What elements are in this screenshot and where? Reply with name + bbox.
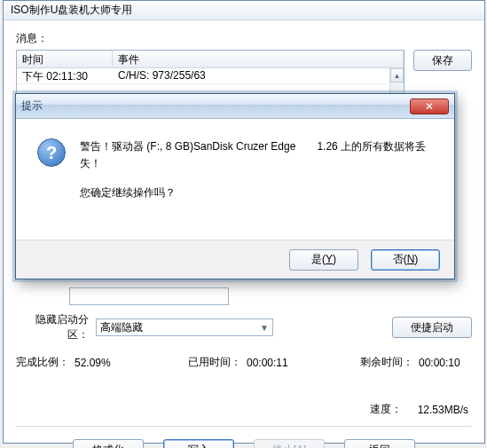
titlebar: ISO制作U盘装机大师专用 bbox=[4, 1, 484, 20]
write-button-label: 写入 bbox=[188, 443, 209, 449]
scroll-up-icon[interactable]: ▲ bbox=[390, 68, 404, 83]
close-icon: ✕ bbox=[425, 100, 434, 113]
col-time-header[interactable]: 时间 bbox=[17, 51, 113, 67]
remaining-value: 00:00:10 bbox=[419, 357, 472, 369]
save-button[interactable]: 保存 bbox=[413, 50, 472, 71]
save-button-label: 保存 bbox=[432, 53, 453, 68]
speed-row: 速度： 12.53MB/s bbox=[16, 402, 472, 417]
path-field[interactable] bbox=[69, 287, 229, 305]
chevron-down-icon: ▼ bbox=[260, 323, 269, 333]
remaining-label: 剩余时间： bbox=[360, 355, 413, 370]
table-row[interactable]: 下午 02:11:30 C/H/S: 973/255/63 bbox=[17, 68, 404, 84]
hidden-partition-row: 隐藏启动分区： 高端隐藏 ▼ 便捷启动 bbox=[16, 312, 472, 342]
progress-row: 完成比例： 52.09% 已用时间： 00:00:11 剩余时间： 00:00:… bbox=[16, 355, 472, 370]
cell-event: C/H/S: 973/255/63 bbox=[113, 68, 404, 83]
no-button[interactable]: 否(N) bbox=[371, 249, 440, 271]
portable-boot-label: 便捷启动 bbox=[411, 320, 453, 335]
messages-header: 时间 事件 bbox=[17, 51, 404, 68]
confirm-dialog: 提示 ✕ ? 警告！驱动器 (F:, 8 GB)SanDisk Cruzer E… bbox=[15, 93, 455, 279]
bottom-buttons: 格式化 写入 终止[A] 返回 bbox=[16, 439, 472, 448]
speed-value: 12.53MB/s bbox=[418, 404, 468, 416]
write-button[interactable]: 写入 bbox=[163, 439, 234, 448]
stop-button-label: 终止[A] bbox=[272, 443, 307, 449]
elapsed-label: 已用时间： bbox=[188, 355, 241, 370]
dialog-warning-line: 警告！驱动器 (F:, 8 GB)SanDisk Cruzer Edge 1.2… bbox=[80, 138, 433, 172]
stop-button: 终止[A] bbox=[254, 439, 325, 448]
dialog-body: ? 警告！驱动器 (F:, 8 GB)SanDisk Cruzer Edge 1… bbox=[16, 119, 454, 224]
window-title: ISO制作U盘装机大师专用 bbox=[4, 3, 132, 18]
dialog-title: 提示 bbox=[21, 98, 43, 114]
path-row bbox=[69, 287, 472, 305]
dialog-titlebar[interactable]: 提示 ✕ bbox=[16, 94, 454, 119]
portable-boot-button[interactable]: 便捷启动 bbox=[392, 317, 472, 338]
yes-button[interactable]: 是(Y) bbox=[289, 249, 358, 271]
messages-label: 消息： bbox=[16, 31, 472, 46]
percent-label: 完成比例： bbox=[16, 355, 69, 370]
dialog-close-button[interactable]: ✕ bbox=[410, 98, 449, 114]
hidden-partition-select[interactable]: 高端隐藏 ▼ bbox=[96, 318, 273, 336]
format-button[interactable]: 格式化 bbox=[73, 439, 144, 448]
back-button[interactable]: 返回 bbox=[344, 439, 415, 448]
percent-value: 52.09% bbox=[75, 357, 128, 369]
messages-body: 下午 02:11:30 C/H/S: 973/255/63 bbox=[17, 68, 404, 84]
hidden-partition-label: 隐藏启动分区： bbox=[16, 312, 96, 342]
no-button-label: 否(N) bbox=[393, 252, 419, 267]
elapsed-value: 00:00:11 bbox=[247, 357, 300, 369]
col-event-header[interactable]: 事件 bbox=[113, 51, 404, 67]
back-button-label: 返回 bbox=[369, 443, 390, 449]
yes-button-label: 是(Y) bbox=[311, 252, 336, 267]
format-button-label: 格式化 bbox=[92, 443, 124, 449]
speed-label: 速度： bbox=[370, 402, 402, 417]
question-icon: ? bbox=[37, 138, 66, 167]
dialog-confirm-line: 您确定继续操作吗？ bbox=[80, 185, 433, 201]
dialog-footer: 是(Y) 否(N) bbox=[16, 240, 454, 279]
separator bbox=[16, 426, 472, 427]
cell-time: 下午 02:11:30 bbox=[17, 68, 113, 83]
dialog-text: 警告！驱动器 (F:, 8 GB)SanDisk Cruzer Edge 1.2… bbox=[80, 138, 433, 215]
hidden-partition-value: 高端隐藏 bbox=[100, 320, 143, 335]
